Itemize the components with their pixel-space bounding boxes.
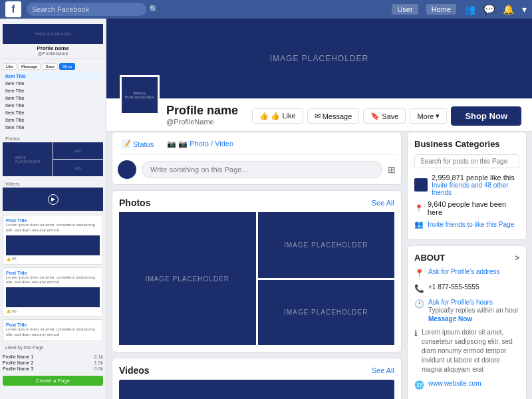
profile-name-3: Profile Name 3 — [3, 366, 33, 371]
photos-section: Photos See All IMAGE PLACEHOLDER IMAGE P… — [112, 190, 402, 352]
right-sidebar: Business Categories 2,959,871 people lik… — [407, 132, 527, 399]
sidebar-nav-item-1[interactable]: Item Title — [3, 80, 103, 87]
create-page-button[interactable]: Create a Page — [3, 376, 103, 386]
messenger-icon[interactable]: 💬 — [483, 4, 495, 15]
save-button[interactable]: 🔖 Save — [363, 108, 406, 124]
profile-row-1: Profile Name 1 2.1k — [3, 354, 103, 360]
search-icon[interactable]: 🔍 — [149, 5, 159, 14]
about-description: ℹ Lorem ipsum dolor sit amet, consetetur… — [414, 328, 519, 374]
envelope-icon: ✉ — [315, 112, 321, 120]
about-website: 🌐 www.website.com — [414, 380, 519, 390]
status-label: Status — [133, 140, 154, 148]
photo-small1-text: IMAGE PLACEHOLDER — [284, 241, 368, 249]
facebook-logo: f — [5, 1, 21, 17]
sidebar-play-icon: ▶ — [48, 194, 59, 205]
thumbs-up-icon: 👍 — [6, 257, 11, 261]
description-text: Lorem ipsum dolor sit amet, consetetur s… — [422, 328, 519, 374]
sidebar-save-btn[interactable]: Save — [42, 63, 58, 70]
hours-link[interactable]: Ask for Profile's hours — [428, 299, 519, 306]
post-options-icon[interactable]: ⊞ — [388, 164, 396, 175]
photo-small-2: IMAGE PLACEHOLDER — [258, 280, 395, 346]
sidebar-post-title-3: Post Title — [6, 323, 100, 327]
friends-icon[interactable]: 👥 — [464, 4, 475, 15]
photos-see-all[interactable]: See All — [372, 199, 394, 207]
about-chevron[interactable]: > — [515, 253, 519, 263]
sidebar-liked-section: Liked by this Page Profile Name 1 2.1k P… — [3, 344, 103, 372]
post-input-row: ⊞ — [118, 160, 396, 179]
profile-count-3: 0.9k — [94, 366, 103, 371]
stat-sub-1[interactable]: Invite friends and 48 other friends — [432, 182, 519, 196]
profile-info-bar: Profile name @ProfileName 👍 👍 Like ✉ Mes… — [106, 98, 532, 132]
about-hours: 🕐 Ask for Profile's hours Typically repl… — [414, 299, 519, 323]
sidebar-nav-item-3[interactable]: Item Title — [3, 94, 103, 102]
sidebar-nav-item-2[interactable]: Item Title — [3, 87, 103, 94]
sidebar-post-text-1: Lorem ipsum dolor sit amet, consetetur s… — [6, 223, 100, 233]
invite-friends-link[interactable]: Invite friends to like this Page — [428, 221, 514, 228]
message-label: Message — [323, 112, 352, 120]
photo-video-tab[interactable]: 📷 📷 Photo / Video — [163, 138, 237, 150]
invite-icon: 👥 — [414, 220, 424, 229]
search-input[interactable] — [27, 3, 146, 16]
business-search-input[interactable] — [414, 154, 519, 168]
user-button[interactable]: User — [392, 4, 418, 15]
message-button[interactable]: ✉ Message — [307, 108, 360, 124]
hours-content: Ask for Profile's hours Typically replie… — [428, 299, 519, 323]
stat-icon-1 — [414, 178, 428, 192]
chevron-down-icon[interactable]: ▾ — [522, 4, 527, 15]
cover-placeholder-text: IMAGE PLACEHOLDER — [270, 54, 368, 63]
photo-large-text: IMAGE PLACEHOLDER — [146, 275, 229, 283]
more-button[interactable]: More ▾ — [410, 108, 447, 124]
sidebar-like-btn[interactable]: Like — [3, 63, 17, 70]
stat-row-2: 📍 9,640 people have been here — [414, 200, 519, 216]
stat-count-1: 2,959,871 people like this — [432, 174, 519, 182]
sidebar-nav-item-4[interactable]: Item Title — [3, 102, 103, 109]
thumbs-icon: 👍 — [259, 112, 269, 120]
content-area: 📝 Status 📷 📷 Photo / Video ⊞ — [106, 132, 532, 399]
profile-name: Profile name — [166, 104, 238, 118]
sidebar-shop-btn[interactable]: Shop — [59, 63, 75, 70]
message-now-link[interactable]: Message Now — [428, 315, 519, 323]
info-icon: ℹ — [414, 329, 418, 338]
like-button[interactable]: 👍 👍 Like — [252, 108, 303, 124]
stat-text-1: 2,959,871 people like this Invite friend… — [432, 174, 519, 196]
address-link[interactable]: Ask for Profile's address — [428, 268, 500, 275]
sidebar-post-title-1: Post Title — [6, 218, 100, 223]
sidebar-message-btn[interactable]: Message — [18, 63, 41, 70]
sidebar-post-text-2: Lorem ipsum dolor sit amet, consetetur s… — [6, 275, 100, 286]
profile-name-area: Profile name @ProfileName — [166, 104, 238, 126]
liked-by-label: Liked by this Page — [3, 344, 103, 351]
sidebar-nav-item-5[interactable]: Item Title — [3, 109, 103, 116]
sidebar-cover-mini: IMAGE PLACEHOLDER — [3, 24, 103, 44]
home-button[interactable]: Home — [426, 4, 456, 15]
sidebar-cover-text: IMAGE PLACEHOLDER — [35, 32, 71, 36]
sidebar-nav-item-0[interactable]: Item Title — [3, 72, 103, 80]
profile-actions: 👍 👍 Like ✉ Message 🔖 Save More ▾ Shop No… — [252, 106, 521, 126]
left-sidebar: IMAGE PLACEHOLDER Profile name @ProfileN… — [0, 19, 106, 399]
photo-icon: 📷 — [167, 140, 176, 148]
status-tab[interactable]: 📝 Status — [118, 138, 158, 150]
bookmark-icon: 🔖 — [370, 112, 380, 120]
profile-picture: IMAGEPLACEHOLDER — [120, 75, 160, 115]
sidebar-post-text-3: Lorem ipsum dolor sit amet, consetetur s… — [6, 327, 100, 338]
cover-photo: IMAGE PLACEHOLDER IMAGEPLACEHOLDER — [106, 19, 532, 98]
map-pin-icon: 📍 — [414, 269, 424, 278]
about-card: ABOUT > 📍 Ask for Profile's address 📞 +1… — [407, 245, 527, 399]
shop-now-button[interactable]: Shop Now — [451, 106, 521, 126]
photo-small-1: IMAGE PLACEHOLDER — [258, 212, 395, 278]
sidebar-nav-item-7[interactable]: Item Title — [3, 124, 103, 131]
sidebar-post-image-1 — [6, 235, 100, 255]
about-title: ABOUT > — [414, 253, 519, 263]
sidebar-nav-item-6[interactable]: Item Title — [3, 116, 103, 124]
post-box: 📝 Status 📷 📷 Photo / Video ⊞ — [112, 132, 402, 185]
response-time: Typically replies within an hour — [428, 306, 519, 315]
photo-large: IMAGE PLACEHOLDER — [119, 212, 256, 345]
profile-row-2: Profile Name 2 1.5k — [3, 360, 103, 366]
photos-title: Photos — [119, 198, 150, 208]
sidebar-post-likes-1: 👍 00 — [6, 257, 100, 261]
like-label: 👍 Like — [271, 112, 295, 120]
website-link[interactable]: www.website.com — [428, 380, 481, 387]
sidebar-videos-label: Videos — [3, 180, 103, 188]
notifications-icon[interactable]: 🔔 — [503, 4, 514, 15]
videos-see-all[interactable]: See All — [372, 366, 394, 374]
post-input[interactable] — [142, 161, 382, 178]
